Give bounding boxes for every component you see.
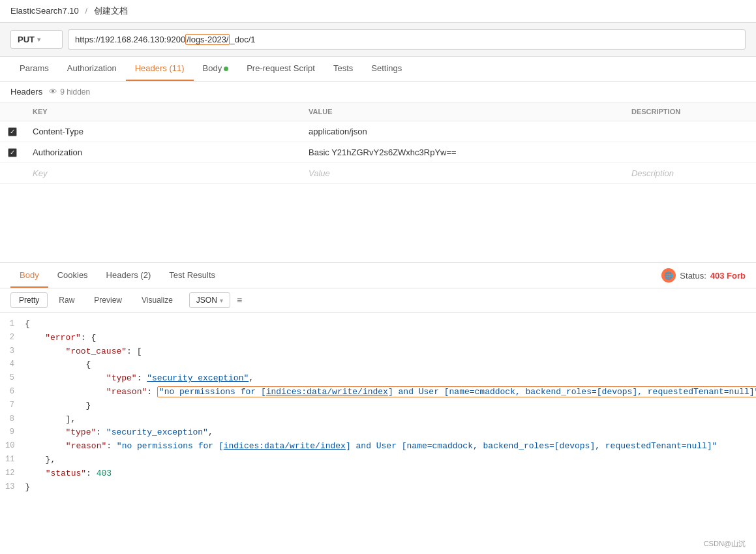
tab-response-test-results[interactable]: Test Results <box>160 264 224 288</box>
line-num-9: 9 <box>5 426 25 439</box>
status-code: 403 Forb <box>710 271 746 281</box>
response-status: 🌐 Status: 403 Forb <box>661 263 746 288</box>
sort-icon[interactable]: ≡ <box>237 295 242 305</box>
tab-body[interactable]: Body <box>194 57 238 81</box>
url-prefix: https://192.168.246.130:9200 <box>75 35 185 44</box>
response-divider: Body Cookies Headers (2) Test Results 🌐 … <box>0 262 756 499</box>
checkbox-content-type[interactable] <box>8 127 17 136</box>
json-line-12: 12 "status": 403 <box>0 467 756 481</box>
url-bar: PUT ▾ https://192.168.246.130:9200/logs-… <box>0 23 756 57</box>
status-label: Status: <box>680 271 706 281</box>
tab-headers[interactable]: Headers (11) <box>126 57 194 81</box>
table-row-placeholder: Key Value Description <box>0 163 756 184</box>
tab-response-cookies[interactable]: Cookies <box>48 264 97 288</box>
format-tabs: Pretty Raw Preview Visualize JSON ▾ ≡ <box>0 288 756 313</box>
json-line-7: 7 } <box>0 399 756 413</box>
line-num-10: 10 <box>5 440 25 452</box>
breadcrumb-page: 创建文档 <box>94 6 128 16</box>
json-format-selector[interactable]: JSON ▾ <box>189 292 230 308</box>
line-num-12: 12 <box>5 467 25 480</box>
fmt-pretty[interactable]: Pretty <box>10 292 48 308</box>
th-value: VALUE <box>301 102 624 121</box>
line-content-8: ], <box>25 413 751 427</box>
tab-prerequest[interactable]: Pre-request Script <box>237 57 324 81</box>
line-num-13: 13 <box>5 481 25 493</box>
line-content-5: "type": "security_exception", <box>25 372 751 386</box>
tab-response-body[interactable]: Body <box>10 264 48 288</box>
value-authorization[interactable]: Basic Y21hZGRvY2s6ZWxhc3RpYw== <box>301 142 624 163</box>
empty-space <box>0 184 756 262</box>
table-row: Content-Type application/json <box>0 121 756 142</box>
json-line-11: 11 }, <box>0 454 756 467</box>
json-line-13: 13 } <box>0 481 756 495</box>
key-content-type[interactable]: Content-Type <box>25 121 301 142</box>
headers-table: KEY VALUE DESCRIPTION Content-Type appli… <box>0 102 756 184</box>
breadcrumb-app[interactable]: ElasticSearch7.10 <box>10 6 79 16</box>
json-line-9: 9 "type": "security_exception", <box>0 426 756 440</box>
hidden-count: 9 hidden <box>60 87 90 97</box>
line-num-7: 7 <box>5 399 25 412</box>
globe-icon: 🌐 <box>661 268 676 283</box>
json-line-4: 4 { <box>0 358 756 372</box>
method-dropdown-arrow: ▾ <box>37 36 40 43</box>
tab-response-headers[interactable]: Headers (2) <box>97 264 160 288</box>
placeholder-desc: Description <box>624 163 756 184</box>
line-num-8: 8 <box>5 413 25 425</box>
placeholder-value[interactable]: Value <box>301 163 624 184</box>
body-dot <box>224 67 228 71</box>
line-num-5: 5 <box>5 372 25 384</box>
json-line-5: 5 "type": "security_exception", <box>0 372 756 386</box>
placeholder-key[interactable]: Key <box>25 163 301 184</box>
method-selector[interactable]: PUT ▾ <box>10 30 63 49</box>
line-content-1: { <box>25 318 751 331</box>
url-input[interactable]: https://192.168.246.130:9200/logs-2023/_… <box>68 29 746 50</box>
method-label: PUT <box>18 35 35 44</box>
json-line-6: 6 "reason": "no permissions for [indices… <box>0 386 756 399</box>
line-num-1: 1 <box>5 318 25 330</box>
fmt-raw[interactable]: Raw <box>50 292 83 308</box>
hidden-badge[interactable]: 👁 9 hidden <box>49 87 90 97</box>
json-line-3: 3 "root_cause": [ <box>0 345 756 359</box>
breadcrumb-sep: / <box>85 6 87 16</box>
line-content-7: } <box>25 399 751 413</box>
fmt-visualize[interactable]: Visualize <box>133 292 181 308</box>
tab-settings[interactable]: Settings <box>362 57 411 81</box>
line-content-13: } <box>25 481 751 495</box>
checkbox-authorization[interactable] <box>8 148 17 157</box>
headers-meta: Headers 👁 9 hidden <box>0 82 756 102</box>
json-line-8: 8 ], <box>0 413 756 427</box>
line-content-10: "reason": "no permissions for [indices:d… <box>25 440 751 454</box>
desc-authorization[interactable] <box>624 142 756 163</box>
th-checkbox <box>0 102 25 121</box>
key-authorization[interactable]: Authorization <box>25 142 301 163</box>
line-num-3: 3 <box>5 345 25 358</box>
headers-section: Headers 👁 9 hidden KEY VALUE DESCRIPTION… <box>0 82 756 184</box>
line-num-2: 2 <box>5 331 25 344</box>
eye-icon: 👁 <box>49 87 57 97</box>
json-line-10: 10 "reason": "no permissions for [indice… <box>0 440 756 454</box>
th-key: KEY <box>25 102 301 121</box>
breadcrumb: ElasticSearch7.10 / 创建文档 <box>0 0 756 23</box>
json-line-1: 1 { <box>0 318 756 331</box>
desc-content-type[interactable] <box>624 121 756 142</box>
line-num-11: 11 <box>5 454 25 466</box>
line-num-6: 6 <box>5 386 25 398</box>
url-highlighted-segment: /logs-2023/ <box>185 34 230 45</box>
response-tabs: Body Cookies Headers (2) Test Results <box>10 264 224 288</box>
tab-tests[interactable]: Tests <box>324 57 362 81</box>
line-content-6: "reason": "no permissions for [indices:d… <box>25 386 756 399</box>
table-row: Authorization Basic Y21hZGRvY2s6ZWxhc3Rp… <box>0 142 756 163</box>
tab-authorization[interactable]: Authorization <box>58 57 126 81</box>
url-suffix: _doc/1 <box>230 35 255 44</box>
json-viewer: 1 { 2 "error": { 3 "root_cause": [ 4 { 5… <box>0 313 756 499</box>
line-content-2: "error": { <box>25 331 751 345</box>
json-line-2: 2 "error": { <box>0 331 756 345</box>
value-content-type[interactable]: application/json <box>301 121 624 142</box>
line-content-12: "status": 403 <box>25 467 751 481</box>
headers-label: Headers <box>10 87 42 97</box>
line-content-3: "root_cause": [ <box>25 345 751 359</box>
line-content-9: "type": "security_exception", <box>25 426 751 440</box>
fmt-preview[interactable]: Preview <box>85 292 130 308</box>
th-description: DESCRIPTION <box>624 102 756 121</box>
tab-params[interactable]: Params <box>10 57 58 81</box>
